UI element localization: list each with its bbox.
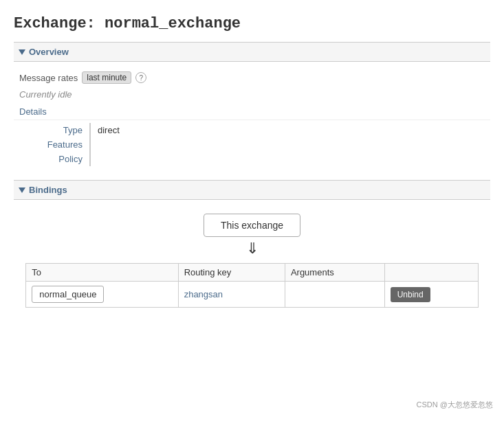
arguments-cell <box>285 282 384 308</box>
currently-idle-label: Currently idle <box>14 87 490 102</box>
details-table: Type direct Features Policy <box>28 123 120 166</box>
bindings-table: To Routing key Arguments normal_queue zh… <box>25 263 478 308</box>
arrow-down: ⇓ <box>14 240 490 258</box>
type-key: Type <box>28 123 89 137</box>
overview-section: Overview Message rates last minute ? Cur… <box>14 42 490 173</box>
col-action <box>384 264 478 282</box>
details-row-policy: Policy <box>28 152 120 166</box>
arrow-symbol: ⇓ <box>246 240 259 258</box>
features-value <box>98 137 120 152</box>
type-value: direct <box>98 123 120 137</box>
details-label: Details <box>14 102 490 120</box>
details-row-type: Type direct <box>28 123 120 137</box>
overview-section-header[interactable]: Overview <box>14 43 490 62</box>
queue-name-box: normal_queue <box>32 286 104 303</box>
overview-collapse-icon <box>19 49 25 55</box>
title-prefix: Exchange: <box>14 15 105 32</box>
action-cell: Unbind <box>384 282 478 308</box>
bindings-section: Bindings This exchange ⇓ To Routing key … <box>14 180 490 315</box>
col-to: To <box>26 264 178 282</box>
overview-label: Overview <box>29 47 69 57</box>
watermark: CSDN @大忽悠爱忽悠 <box>417 400 493 410</box>
table-row: normal_queue zhangsan Unbind <box>26 282 478 308</box>
details-sep <box>89 123 98 137</box>
col-arguments: Arguments <box>285 264 384 282</box>
page-title: Exchange: normal_exchange <box>14 14 490 32</box>
details-sep-3 <box>89 152 98 166</box>
last-minute-badge[interactable]: last minute <box>82 71 131 84</box>
unbind-button[interactable]: Unbind <box>391 287 430 302</box>
bindings-body: This exchange ⇓ To Routing key Arguments… <box>14 200 490 315</box>
features-key: Features <box>28 137 89 152</box>
bindings-section-header[interactable]: Bindings <box>14 181 490 200</box>
message-rates-row: Message rates last minute ? <box>14 69 490 87</box>
bindings-table-header-row: To Routing key Arguments <box>26 264 478 282</box>
help-icon[interactable]: ? <box>135 72 146 83</box>
this-exchange-box: This exchange <box>204 214 300 237</box>
overview-section-body: Message rates last minute ? Currently id… <box>14 62 490 173</box>
exchange-name: normal_exchange <box>105 15 241 32</box>
bindings-collapse-icon <box>19 187 25 193</box>
bindings-label: Bindings <box>29 185 67 195</box>
policy-key: Policy <box>28 152 89 166</box>
details-row-features: Features <box>28 137 120 152</box>
details-sep-2 <box>89 137 98 152</box>
col-routing-key: Routing key <box>178 264 285 282</box>
message-rates-label: Message rates <box>19 73 78 83</box>
routing-key-value: zhangsan <box>184 289 223 299</box>
this-exchange-wrapper: This exchange <box>14 214 490 237</box>
routing-key-cell: zhangsan <box>178 282 285 308</box>
policy-value <box>98 152 120 166</box>
to-cell: normal_queue <box>26 282 178 308</box>
